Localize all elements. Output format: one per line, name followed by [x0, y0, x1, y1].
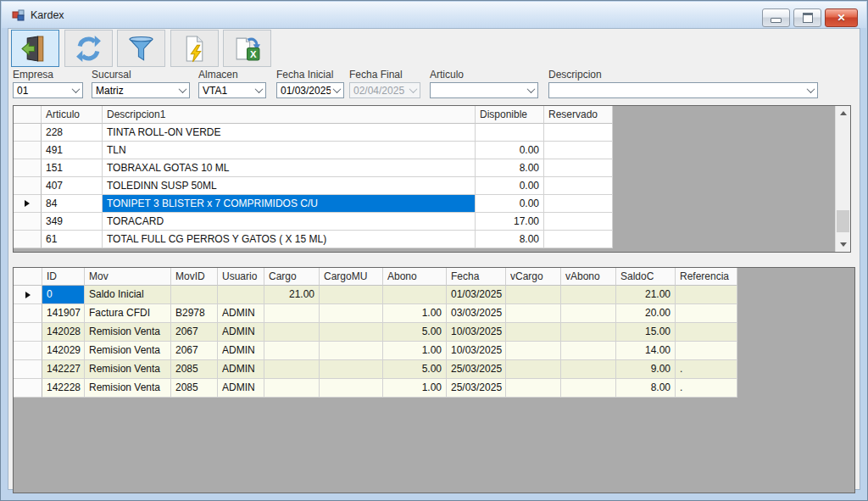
table-cell[interactable]: Remision Venta — [85, 360, 171, 379]
table-cell[interactable]: 03/03/2025 — [447, 304, 506, 323]
table-cell[interactable] — [320, 304, 383, 323]
table-cell[interactable] — [171, 286, 218, 304]
column-header-cargomu[interactable]: CargoMU — [320, 268, 383, 286]
table-cell[interactable]: 20.00 — [616, 304, 676, 323]
column-header-usuario[interactable]: Usuario — [218, 268, 264, 286]
row-header-cell[interactable] — [14, 360, 42, 379]
row-header-cell[interactable] — [14, 304, 42, 323]
column-header-saldoc[interactable]: SaldoC — [616, 268, 676, 286]
row-header-cell[interactable] — [14, 195, 42, 213]
table-cell[interactable]: 8.00 — [616, 379, 676, 398]
table-cell[interactable]: ADMIN — [218, 379, 264, 398]
table-cell[interactable]: 142028 — [42, 323, 85, 342]
column-header-id[interactable]: ID — [42, 268, 85, 286]
table-cell[interactable]: 8.00 — [476, 159, 544, 177]
run-report-button[interactable] — [170, 30, 219, 67]
table-cell[interactable] — [561, 360, 616, 379]
row-header-cell[interactable] — [14, 142, 42, 159]
minimize-button[interactable] — [762, 8, 790, 27]
table-cell[interactable] — [320, 286, 383, 304]
table-cell[interactable]: TLN — [103, 142, 476, 159]
table-cell[interactable]: Remision Venta — [85, 342, 171, 360]
column-header-vabono[interactable]: vAbono — [561, 268, 616, 286]
table-cell[interactable]: 151 — [42, 159, 103, 177]
table-cell[interactable] — [544, 159, 613, 177]
row-header-cell[interactable] — [14, 177, 42, 195]
table-cell[interactable]: TINTA ROLL-ON VERDE — [103, 124, 476, 142]
table-cell[interactable] — [506, 323, 561, 342]
table-cell[interactable]: ADMIN — [218, 360, 264, 379]
table-cell[interactable]: 491 — [42, 142, 103, 159]
table-cell[interactable] — [561, 304, 616, 323]
table-cell[interactable]: 17.00 — [476, 213, 544, 231]
table-cell[interactable] — [544, 177, 613, 195]
filter-combo-fecha-inicial[interactable]: 01/03/2025 — [276, 82, 344, 98]
table-cell[interactable] — [561, 379, 616, 398]
table-cell[interactable]: ADMIN — [218, 304, 264, 323]
table-cell[interactable] — [506, 360, 561, 379]
row-header-cell[interactable] — [14, 159, 42, 177]
refresh-button[interactable] — [64, 30, 113, 67]
table-cell[interactable] — [320, 379, 383, 398]
table-cell[interactable]: 407 — [42, 177, 103, 195]
table-cell[interactable] — [320, 342, 383, 360]
table-cell[interactable] — [544, 142, 613, 159]
table-cell[interactable]: 15.00 — [616, 323, 676, 342]
filter-combo-fecha-final[interactable]: 02/04/2025 — [349, 82, 420, 98]
row-header-cell[interactable] — [14, 342, 42, 360]
table-cell[interactable] — [320, 360, 383, 379]
table-cell[interactable]: 228 — [42, 124, 103, 142]
table-cell[interactable]: 10/03/2025 — [447, 323, 506, 342]
table-cell[interactable] — [320, 323, 383, 342]
table-cell[interactable] — [264, 304, 320, 323]
column-header-abono[interactable]: Abono — [383, 268, 447, 286]
exit-button[interactable] — [11, 30, 59, 67]
table-cell[interactable] — [383, 286, 447, 304]
table-cell[interactable]: TOTAL FULL CG PERROS Y GATOS ( X 15 ML) — [103, 231, 476, 248]
table-cell[interactable] — [544, 124, 613, 142]
table-cell[interactable]: . — [676, 379, 737, 398]
table-cell[interactable]: 25/03/2025 — [447, 379, 506, 398]
table-cell[interactable]: TOBRAXAL GOTAS 10 ML — [103, 159, 476, 177]
table-cell[interactable]: 349 — [42, 213, 103, 231]
table-cell[interactable]: 0 — [42, 286, 85, 304]
table-cell[interactable]: 142228 — [42, 379, 85, 398]
table-cell[interactable] — [506, 342, 561, 360]
table-cell[interactable] — [476, 124, 544, 142]
table-cell[interactable]: TONIPET 3 BLISTER x 7 COMPRIMIDOS C/U — [103, 195, 476, 213]
table-cell[interactable]: 2085 — [171, 379, 218, 398]
table-cell[interactable]: ADMIN — [218, 342, 264, 360]
column-header-vcargo[interactable]: vCargo — [506, 268, 561, 286]
scroll-thumb[interactable] — [837, 210, 849, 232]
table-cell[interactable] — [218, 286, 264, 304]
table-cell[interactable] — [561, 286, 616, 304]
table-cell[interactable] — [676, 342, 737, 360]
column-header-mov[interactable]: Mov — [85, 268, 171, 286]
filter-button[interactable] — [117, 30, 165, 67]
filter-combo-empresa[interactable]: 01 — [13, 82, 83, 98]
table-cell[interactable] — [506, 379, 561, 398]
column-header-articulo[interactable]: Articulo — [42, 106, 103, 124]
table-cell[interactable]: 10/03/2025 — [447, 342, 506, 360]
column-header-referencia[interactable]: Referencia — [676, 268, 737, 286]
table-cell[interactable]: Remision Venta — [85, 323, 171, 342]
table-cell[interactable]: 1.00 — [383, 342, 447, 360]
scroll-up-icon[interactable] — [836, 106, 850, 120]
table-cell[interactable] — [544, 231, 613, 248]
table-cell[interactable] — [561, 323, 616, 342]
table-cell[interactable]: 5.00 — [383, 323, 447, 342]
table-cell[interactable] — [676, 286, 737, 304]
filter-combo-sucursal[interactable]: Matriz — [92, 82, 190, 98]
table-cell[interactable]: 0.00 — [476, 177, 544, 195]
table-cell[interactable]: ADMIN — [218, 323, 264, 342]
table-cell[interactable] — [561, 342, 616, 360]
column-header-movid[interactable]: MovID — [171, 268, 218, 286]
table-cell[interactable]: 21.00 — [616, 286, 676, 304]
row-header-column[interactable] — [14, 268, 42, 286]
table-cell[interactable]: 01/03/2025 — [447, 286, 506, 304]
table-cell[interactable] — [506, 304, 561, 323]
table-cell[interactable] — [264, 379, 320, 398]
column-header-descripcion1[interactable]: Descripcion1 — [103, 106, 476, 124]
table-cell[interactable]: 0.00 — [476, 195, 544, 213]
table-cell[interactable] — [264, 342, 320, 360]
